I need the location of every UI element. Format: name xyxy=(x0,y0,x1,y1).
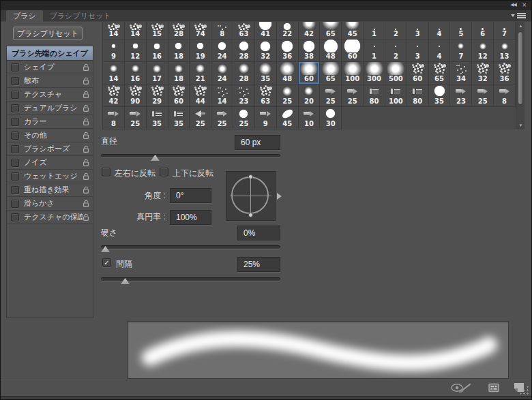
sidebar-item[interactable]: その他 xyxy=(7,129,93,142)
scroll-down-icon[interactable]: ▼ xyxy=(516,123,525,127)
brush-cell[interactable]: 14 xyxy=(211,84,233,107)
brush-cell[interactable]: 60 xyxy=(407,62,429,84)
brush-cell[interactable]: 22 xyxy=(277,22,299,40)
item-checkbox[interactable] xyxy=(11,172,19,181)
brush-cell[interactable]: 29 xyxy=(147,84,168,107)
brush-cell[interactable]: 18 xyxy=(168,62,190,84)
brush-cell[interactable]: 16 xyxy=(125,62,147,84)
lock-icon[interactable] xyxy=(83,200,89,208)
lock-icon[interactable] xyxy=(83,172,89,181)
item-checkbox[interactable] xyxy=(11,118,19,126)
item-checkbox[interactable] xyxy=(11,63,19,72)
sidebar-item[interactable]: シェイプ xyxy=(7,61,93,74)
item-checkbox[interactable] xyxy=(11,159,19,167)
brush-cell[interactable]: 25 xyxy=(277,84,299,107)
brush-cell[interactable]: 2 xyxy=(385,22,407,40)
brush-cell[interactable]: 9 xyxy=(103,40,125,62)
brush-cell[interactable]: 8 xyxy=(494,84,516,107)
brush-cell[interactable]: 48 xyxy=(320,40,342,62)
panel-menu-icon[interactable] xyxy=(511,12,526,19)
collapse-to-icons-icon[interactable]: ◀◀ xyxy=(510,2,516,7)
tab-brush-presets[interactable]: ブラシプリセット xyxy=(43,10,118,22)
brush-cell[interactable]: 60 xyxy=(168,84,190,107)
brush-cell[interactable]: 16 xyxy=(147,40,168,62)
brush-cell[interactable]: 19 xyxy=(190,40,211,62)
sidebar-item[interactable]: 滑らかさ xyxy=(7,197,93,211)
brush-cell[interactable]: 32 xyxy=(255,40,277,62)
brush-cell[interactable]: 14 xyxy=(125,22,147,40)
brush-cell[interactable]: 4 xyxy=(429,22,451,40)
brush-cell[interactable]: 74 xyxy=(190,22,211,40)
brush-cell[interactable]: 60 xyxy=(342,40,364,62)
brush-cell[interactable]: 18 xyxy=(168,40,190,62)
dial-handle-bottom[interactable] xyxy=(248,213,253,217)
item-checkbox[interactable] xyxy=(11,213,19,221)
open-preset-manager-icon[interactable] xyxy=(488,383,499,393)
brush-cell[interactable]: 42 xyxy=(103,84,125,107)
sidebar-item[interactable]: ノイズ xyxy=(7,156,93,170)
brush-cell[interactable]: 9 xyxy=(255,107,277,129)
sidebar-item-brush-tip-shape[interactable]: ブラシ先端のシェイプ xyxy=(7,46,93,61)
brush-cell[interactable]: 21 xyxy=(190,62,211,84)
lock-icon[interactable] xyxy=(83,91,89,99)
brush-cell[interactable]: 30 xyxy=(320,107,342,129)
brush-cell[interactable]: 63 xyxy=(233,22,255,40)
brush-cell[interactable]: 25 xyxy=(320,84,342,107)
brush-cell-selected[interactable]: 60 xyxy=(299,62,321,84)
brush-cell[interactable]: 28 xyxy=(233,62,255,84)
dial-handle-top[interactable] xyxy=(248,174,253,179)
brush-cell[interactable]: 35 xyxy=(429,84,451,107)
spacing-checkbox[interactable]: ✓ xyxy=(102,258,111,267)
brush-cell[interactable]: 23 xyxy=(233,84,255,107)
diameter-input[interactable]: 60 px xyxy=(235,135,280,150)
brush-cell[interactable]: 300 xyxy=(364,62,385,84)
brush-cell[interactable]: 36 xyxy=(277,40,299,62)
brush-cell[interactable]: 45 xyxy=(277,107,299,129)
brush-cell[interactable]: 24 xyxy=(211,62,233,84)
brush-cell[interactable]: 12 xyxy=(125,40,147,62)
sidebar-item[interactable]: テクスチャの保護 xyxy=(7,211,93,224)
brush-cell[interactable]: 3 xyxy=(407,40,429,62)
brush-cell[interactable]: 25 xyxy=(472,84,494,107)
lock-icon[interactable] xyxy=(83,159,89,167)
brush-cell[interactable]: 28 xyxy=(233,40,255,62)
item-checkbox[interactable] xyxy=(11,200,19,208)
sidebar-item[interactable]: テクスチャ xyxy=(7,88,93,102)
brush-cell[interactable]: 25 xyxy=(233,107,255,129)
brush-cell[interactable]: 36 xyxy=(494,62,516,84)
brush-cell[interactable]: 90 xyxy=(125,84,147,107)
hardness-slider[interactable] xyxy=(101,243,280,253)
hardness-input[interactable]: 0% xyxy=(237,226,280,241)
flip-y-checkbox[interactable] xyxy=(160,168,168,176)
brush-cell[interactable]: 1 xyxy=(364,40,385,62)
stroke-preview-toggle-icon[interactable] xyxy=(450,382,473,393)
lock-icon[interactable] xyxy=(83,118,89,126)
brush-cell[interactable]: 14 xyxy=(103,62,125,84)
brush-cell[interactable]: 25 xyxy=(211,107,233,129)
brush-cell[interactable]: 35 xyxy=(147,107,168,129)
brush-cell[interactable]: 32 xyxy=(472,62,494,84)
brush-cell[interactable]: 65 xyxy=(320,22,342,40)
item-checkbox[interactable] xyxy=(11,91,19,99)
brush-cell[interactable]: 25 xyxy=(342,84,364,107)
lock-icon[interactable] xyxy=(83,186,89,194)
sidebar-item[interactable]: デュアルブラシ xyxy=(7,102,93,115)
brush-cell[interactable]: 6 xyxy=(472,22,494,40)
brush-cell[interactable]: 24 xyxy=(211,40,233,62)
lock-icon[interactable] xyxy=(83,213,89,221)
brush-cell[interactable]: 41 xyxy=(255,22,277,40)
spacing-input[interactable]: 25% xyxy=(237,257,280,272)
sidebar-item[interactable]: ブラシポーズ xyxy=(7,142,93,156)
brush-presets-button[interactable]: ブラシプリセット xyxy=(13,27,83,40)
lock-icon[interactable] xyxy=(83,104,89,112)
brush-cell[interactable]: 65 xyxy=(320,62,342,84)
brush-cell[interactable]: 13 xyxy=(494,40,516,62)
tab-brush[interactable]: ブラシ xyxy=(6,10,43,22)
angle-input[interactable]: 0° xyxy=(170,188,211,203)
brush-cell[interactable]: 5 xyxy=(450,22,472,40)
close-icon[interactable]: × xyxy=(522,1,527,9)
angle-dial[interactable] xyxy=(226,171,276,221)
item-checkbox[interactable] xyxy=(11,104,19,112)
brush-cell[interactable]: 35 xyxy=(255,62,277,84)
brush-cell[interactable]: 25 xyxy=(190,107,211,129)
